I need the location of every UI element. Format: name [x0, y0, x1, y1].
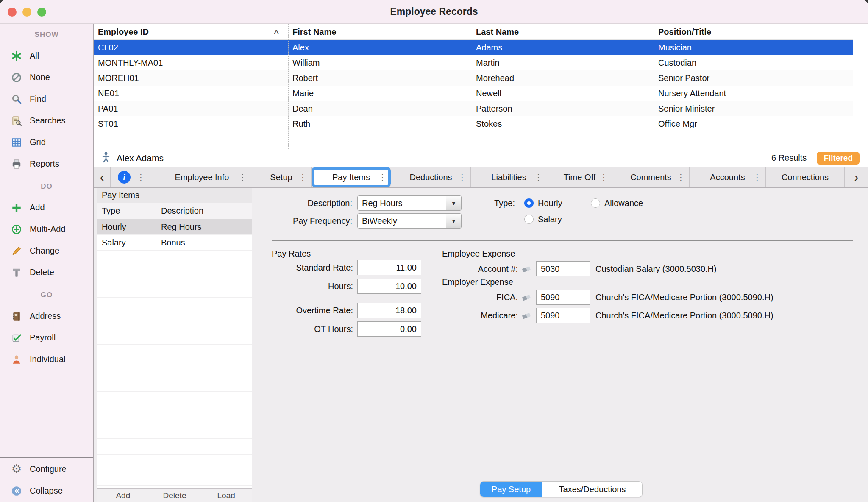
close-button[interactable] — [8, 8, 17, 17]
radio-allowance[interactable]: Allowance — [591, 195, 643, 211]
record-tab-bar: ‹ ⋮ Employee Info ⋮ Setup ⋮ Pay Items ⋮ … — [94, 167, 868, 188]
sidebar-item-configure[interactable]: Configure — [0, 458, 93, 480]
tab-liabilities[interactable]: Liabilities ⋮ — [471, 167, 547, 187]
change-pencil-icon — [10, 245, 23, 257]
medicare-account-input[interactable] — [536, 308, 590, 323]
column-header-last-name[interactable]: Last Name — [472, 24, 654, 40]
sidebar-item-searches[interactable]: Searches — [0, 110, 93, 131]
fica-account-input[interactable] — [536, 290, 590, 305]
pay-rates-heading: Pay Rates — [272, 249, 311, 259]
sidebar-item-individual[interactable]: Individual — [0, 349, 93, 370]
employee-row[interactable]: PA01 Dean Patterson Senior Minister — [94, 101, 868, 116]
window-title: Employee Records — [390, 6, 478, 17]
employee-table-header: Employee ID ^ First Name Last Name Posit… — [94, 24, 868, 40]
cell-first-name: William — [288, 55, 472, 70]
sidebar-item-all[interactable]: All — [0, 45, 93, 67]
sidebar-item-multi-add[interactable]: Multi-Add — [0, 218, 93, 240]
overtime-rate-input[interactable] — [357, 303, 421, 318]
hours-input[interactable] — [357, 279, 421, 294]
radio-hourly[interactable]: Hourly — [524, 195, 562, 211]
table-scrollbar[interactable] — [853, 24, 868, 149]
tab-menu-icon[interactable]: ⋮ — [298, 172, 307, 182]
sidebar-item-label: Multi-Add — [30, 224, 65, 234]
account-lookup-icon[interactable] — [521, 310, 532, 323]
cell-position: Senior Pastor — [654, 70, 853, 86]
sidebar-item-find[interactable]: Find — [0, 88, 93, 110]
payroll-check-icon — [10, 332, 23, 344]
ot-hours-input[interactable] — [357, 321, 421, 337]
employee-expense-heading: Employee Expense — [442, 249, 515, 259]
tab-scroll-right-button[interactable]: › — [845, 167, 868, 187]
description-label: Description: — [255, 195, 352, 211]
sidebar-item-collapse[interactable]: Collapse — [0, 480, 93, 502]
tab-connections[interactable]: Connections — [766, 167, 845, 187]
filtered-badge[interactable]: Filtered — [817, 152, 860, 165]
employee-row[interactable]: MONTHLY-MA01 William Martin Custodian — [94, 55, 868, 70]
tab-time-off[interactable]: Time Off ⋮ — [547, 167, 612, 187]
tab-scroll-left-button[interactable]: ‹ — [94, 167, 111, 187]
record-info-button[interactable]: ⋮ — [111, 167, 153, 187]
sidebar-item-payroll[interactable]: Payroll — [0, 327, 93, 349]
pay-frequency-label: Pay Frequency: — [255, 213, 352, 229]
sidebar-item-label: Searches — [30, 116, 66, 126]
cell-employee-id: NE01 — [94, 86, 288, 101]
tab-menu-icon[interactable]: ⋮ — [458, 172, 467, 182]
radio-salary[interactable]: Salary — [524, 212, 562, 227]
tab-menu-icon[interactable]: ⋮ — [238, 172, 247, 182]
employee-row[interactable]: ST01 Ruth Stokes Office Mgr — [94, 116, 868, 131]
gear-icon — [10, 463, 23, 476]
sidebar-item-change[interactable]: Change — [0, 240, 93, 262]
hours-label: Hours: — [255, 279, 353, 294]
employee-row[interactable]: CL02 Alex Adams Musician — [94, 40, 868, 55]
sidebar-item-delete[interactable]: Delete — [0, 262, 93, 283]
column-header-employee-id[interactable]: Employee ID ^ — [94, 24, 288, 40]
cell-first-name: Marie — [288, 86, 472, 101]
cell-employee-id: PA01 — [94, 101, 288, 116]
sidebar-item-grid[interactable]: Grid — [0, 131, 93, 153]
cell-first-name: Ruth — [288, 116, 472, 131]
tab-menu-icon[interactable]: ⋮ — [753, 172, 762, 182]
tab-menu-icon[interactable]: ⋮ — [599, 172, 608, 182]
column-header-position-title[interactable]: Position/Title — [654, 24, 853, 40]
info-icon — [118, 171, 131, 184]
pay-setup-tab[interactable]: Pay Setup — [480, 482, 542, 497]
employee-row[interactable]: NE01 Marie Newell Nursery Attendant — [94, 86, 868, 101]
divider — [442, 326, 853, 326]
tab-setup[interactable]: Setup ⋮ — [251, 167, 312, 187]
sidebar-item-label: Payroll — [30, 333, 56, 343]
employee-row[interactable]: MOREH01 Robert Morehead Senior Pastor — [94, 70, 868, 86]
fica-label: FICA: — [441, 290, 518, 305]
info-menu-icon[interactable]: ⋮ — [136, 172, 145, 182]
person-icon — [100, 151, 111, 165]
standard-rate-input[interactable] — [357, 260, 421, 275]
pay-frequency-dropdown[interactable]: BiWeekly — [357, 213, 462, 229]
tab-comments[interactable]: Comments ⋮ — [612, 167, 690, 187]
account-lookup-icon[interactable] — [521, 292, 532, 304]
tab-deductions[interactable]: Deductions ⋮ — [391, 167, 471, 187]
tab-menu-icon[interactable]: ⋮ — [534, 172, 543, 182]
account-lookup-icon[interactable] — [521, 263, 532, 276]
zoom-button[interactable] — [37, 8, 46, 17]
sidebar-item-label: All — [30, 51, 39, 61]
sidebar-item-address[interactable]: Address — [0, 305, 93, 327]
sidebar-item-add[interactable]: Add — [0, 197, 93, 218]
employee-records-window: Employee Records SHOW All None Find — [0, 0, 868, 502]
tab-pay-items[interactable]: Pay Items ⋮ — [312, 167, 391, 187]
taxes-deductions-tab[interactable]: Taxes/Deductions — [542, 482, 642, 497]
tab-accounts[interactable]: Accounts ⋮ — [690, 167, 766, 187]
cell-first-name: Alex — [288, 40, 472, 55]
tab-menu-icon[interactable]: ⋮ — [676, 172, 685, 182]
account-number-input[interactable] — [536, 261, 590, 276]
window-controls — [8, 8, 46, 17]
sidebar-item-reports[interactable]: Reports — [0, 153, 93, 175]
delete-icon — [10, 266, 23, 279]
sidebar-item-label: Individual — [30, 354, 66, 364]
sort-ascending-icon: ^ — [274, 25, 279, 41]
tab-menu-icon[interactable]: ⋮ — [378, 172, 387, 182]
main-area: Employee ID ^ First Name Last Name Posit… — [94, 24, 868, 502]
column-header-first-name[interactable]: First Name — [288, 24, 472, 40]
column-divider — [654, 24, 654, 149]
minimize-button[interactable] — [22, 8, 31, 17]
tab-employee-info[interactable]: Employee Info ⋮ — [153, 167, 251, 187]
sidebar-item-none[interactable]: None — [0, 67, 93, 88]
